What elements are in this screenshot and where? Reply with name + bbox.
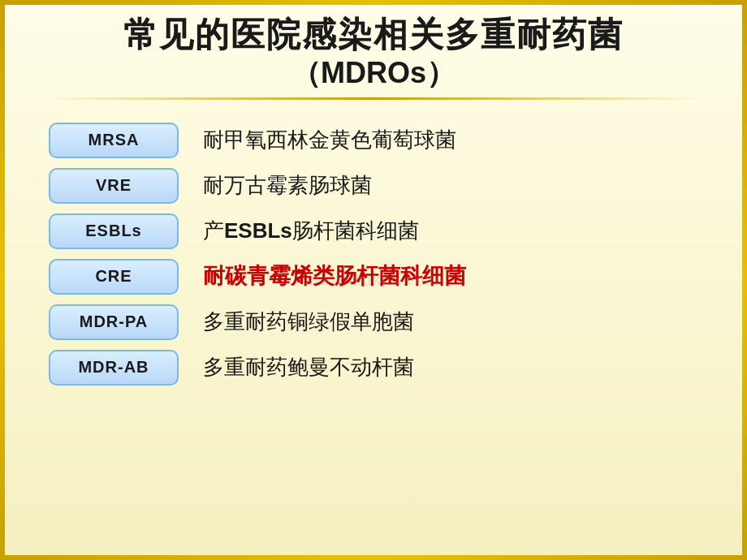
list-item: CRE 耐碳青霉烯类肠杆菌科细菌	[49, 259, 698, 295]
badge-vre: VRE	[49, 168, 179, 204]
title-line2: （MDROs）	[0, 55, 747, 90]
title-line1: 常见的医院感染相关多重耐药菌	[0, 15, 747, 55]
desc-esbls: 产ESBLs肠杆菌科细菌	[203, 218, 419, 245]
desc-mdr-ab: 多重耐药鲍曼不动杆菌	[203, 354, 414, 381]
desc-esbls-suffix: 肠杆菌科细菌	[292, 218, 419, 243]
right-border	[742, 0, 747, 560]
desc-mrsa: 耐甲氧西林金黄色葡萄球菌	[203, 127, 456, 154]
list-item: ESBLs 产ESBLs肠杆菌科细菌	[49, 213, 698, 249]
desc-mdr-pa: 多重耐药铜绿假单胞菌	[203, 308, 414, 336]
title-area: 常见的医院感染相关多重耐药菌 （MDROs）	[0, 0, 747, 106]
desc-esbls-bold: ESBLs	[224, 218, 292, 243]
badge-cre: CRE	[49, 259, 179, 295]
desc-esbls-prefix: 产	[203, 218, 224, 243]
desc-vre: 耐万古霉素肠球菌	[203, 172, 372, 200]
badge-mdr-ab: MDR-AB	[49, 350, 179, 386]
list-item: MDR-PA 多重耐药铜绿假单胞菌	[49, 304, 698, 340]
list-item: VRE 耐万古霉素肠球菌	[49, 168, 698, 204]
bottom-border	[0, 555, 747, 560]
content-area: MRSA 耐甲氧西林金黄色葡萄球菌 VRE 耐万古霉素肠球菌 ESBLs 产ES…	[0, 106, 747, 394]
slide: www.zhikoo.com 常见的医院感染相关多重耐药菌 （MDROs） MR…	[0, 0, 747, 560]
title-separator	[45, 97, 702, 100]
badge-mdr-pa: MDR-PA	[49, 304, 179, 340]
top-border	[0, 0, 747, 5]
list-item: MRSA 耐甲氧西林金黄色葡萄球菌	[49, 123, 698, 158]
desc-cre: 耐碳青霉烯类肠杆菌科细菌	[203, 262, 466, 291]
badge-esbls: ESBLs	[49, 213, 179, 249]
left-border	[0, 0, 5, 560]
badge-mrsa: MRSA	[49, 123, 179, 158]
list-item: MDR-AB 多重耐药鲍曼不动杆菌	[49, 350, 698, 386]
